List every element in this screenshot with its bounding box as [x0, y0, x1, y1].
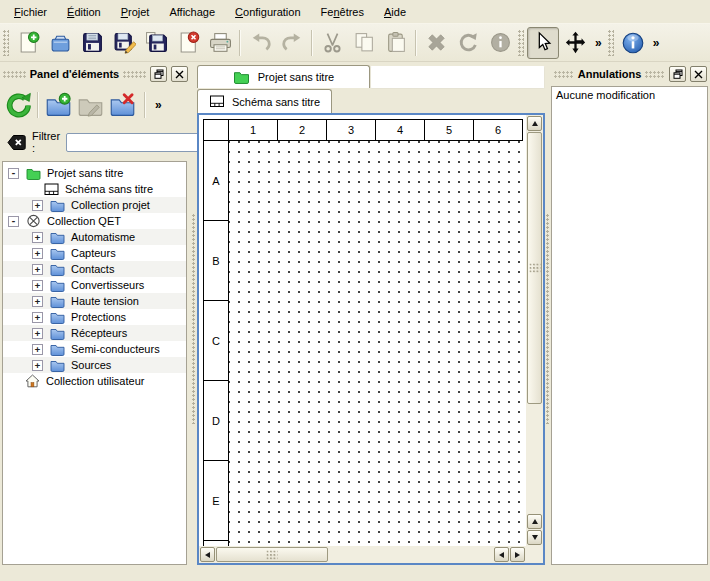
toolbar-drag-handle[interactable] — [608, 30, 614, 56]
scroll-right-button[interactable] — [510, 547, 525, 562]
scroll-up-button[interactable] — [527, 116, 542, 131]
clear-filter-button[interactable] — [7, 134, 26, 151]
tree-item-automatisme[interactable]: +Automatisme — [3, 229, 186, 245]
folder-icon — [50, 231, 65, 244]
expander-icon[interactable]: + — [32, 296, 43, 307]
tree-item-sources[interactable]: +Sources — [3, 357, 186, 373]
float-panel-button[interactable] — [669, 66, 686, 82]
expander-icon[interactable]: + — [32, 312, 43, 323]
close-file-button[interactable] — [172, 27, 204, 59]
qelectrotech-window: Fichier Édition Projet Affichage Configu… — [0, 0, 710, 581]
expander-icon[interactable]: + — [32, 328, 43, 339]
project-folder-icon — [233, 70, 250, 84]
arrow-down-icon — [532, 535, 538, 540]
rotate-icon — [457, 31, 480, 54]
expander-icon[interactable]: + — [32, 280, 43, 291]
menu-configuration[interactable]: Configuration — [225, 2, 310, 22]
tab-projet-sans-titre[interactable]: Projet sans titre — [197, 65, 370, 88]
toolbar-overflow-button[interactable]: » — [591, 36, 606, 50]
menu-fenetres[interactable]: Fenêtres — [311, 2, 374, 22]
folder-icon — [50, 311, 65, 324]
toolbar-overflow-button[interactable]: » — [649, 36, 664, 50]
horizontal-scroll-thumb[interactable] — [216, 547, 328, 562]
save-as-button[interactable] — [108, 27, 140, 59]
tree-item-schema-sans-titre[interactable]: Schéma sans titre — [3, 181, 186, 197]
toolbar-drag-handle[interactable] — [3, 30, 9, 56]
panel-overflow-button[interactable]: » — [151, 98, 166, 112]
tree-item-protections[interactable]: +Protections — [3, 309, 186, 325]
tree-item-contacts[interactable]: +Contacts — [3, 261, 186, 277]
expander-icon[interactable]: + — [32, 232, 43, 243]
print-button[interactable] — [204, 27, 236, 59]
horizontal-scrollbar[interactable] — [199, 546, 526, 563]
edit-category-button[interactable] — [74, 89, 106, 121]
dock-texture — [3, 71, 26, 78]
tree-item-haute-tension[interactable]: +Haute tension — [3, 293, 186, 309]
close-panel-button[interactable] — [690, 66, 707, 82]
elements-panel-header: Panel d'éléments — [0, 64, 191, 84]
splitter-grip — [192, 214, 196, 424]
menu-edition[interactable]: Édition — [57, 2, 111, 22]
expander-icon[interactable]: - — [8, 216, 19, 227]
toolbar-drag-handle[interactable] — [518, 30, 524, 56]
menu-aide[interactable]: Aide — [374, 2, 416, 22]
redo-button[interactable] — [276, 27, 308, 59]
vertical-scroll-thumb[interactable] — [527, 132, 542, 404]
undo-list-item[interactable]: Aucune modification — [552, 87, 707, 103]
tab-schema-sans-titre[interactable]: Schéma sans titre — [197, 89, 332, 113]
cut-button[interactable] — [316, 27, 348, 59]
scroll-up-button-2[interactable] — [527, 514, 542, 529]
tree-item-collection-utilisateur[interactable]: Collection utilisateur — [3, 373, 186, 389]
paste-button[interactable] — [380, 27, 412, 59]
scroll-left-button-2[interactable] — [494, 547, 509, 562]
save-button[interactable] — [76, 27, 108, 59]
undo-button[interactable] — [244, 27, 276, 59]
folder-icon — [50, 295, 65, 308]
diagram-canvas[interactable] — [229, 141, 525, 545]
tree-item-label: Collection projet — [71, 199, 150, 211]
delete-button[interactable] — [420, 27, 452, 59]
new-category-button[interactable] — [42, 89, 74, 121]
expander-icon[interactable]: + — [32, 248, 43, 259]
copy-button[interactable] — [348, 27, 380, 59]
clear-filter-icon — [7, 134, 26, 151]
reload-collections-button[interactable] — [2, 89, 34, 121]
tree-item-collection-qet[interactable]: -Collection QET — [3, 213, 186, 229]
undo-icon — [249, 31, 272, 54]
close-icon — [694, 70, 703, 79]
tree-item-capteurs[interactable]: +Capteurs — [3, 245, 186, 261]
expander-icon[interactable]: + — [32, 360, 43, 371]
new-file-button[interactable] — [12, 27, 44, 59]
element-info-button[interactable] — [484, 27, 516, 59]
float-panel-button[interactable] — [150, 66, 167, 82]
float-icon — [673, 69, 683, 79]
folder-delete-icon — [109, 92, 136, 119]
arrow-up-icon — [532, 519, 538, 524]
undo-panel-title: Annulations — [578, 68, 642, 80]
menu-affichage[interactable]: Affichage — [159, 2, 225, 22]
expander-icon[interactable]: + — [32, 344, 43, 355]
save-as-icon — [113, 31, 136, 54]
save-all-button[interactable] — [140, 27, 172, 59]
pan-mode-button[interactable] — [559, 27, 591, 59]
expander-icon[interactable]: - — [8, 168, 19, 179]
tree-item-convertisseurs[interactable]: +Convertisseurs — [3, 277, 186, 293]
delete-category-button[interactable] — [106, 89, 138, 121]
expander-icon[interactable]: + — [32, 264, 43, 275]
tree-item-recepteurs[interactable]: +Récepteurs — [3, 325, 186, 341]
select-mode-button[interactable] — [527, 27, 559, 59]
expander-icon[interactable]: + — [32, 200, 43, 211]
menu-projet[interactable]: Projet — [111, 2, 160, 22]
scroll-down-button[interactable] — [527, 530, 542, 545]
rotate-button[interactable] — [452, 27, 484, 59]
about-info-button[interactable] — [617, 27, 649, 59]
open-file-button[interactable] — [44, 27, 76, 59]
menu-fichier[interactable]: Fichier — [4, 2, 57, 22]
tree-item-projet-sans-titre[interactable]: -Projet sans titre — [3, 165, 186, 181]
vertical-scrollbar[interactable] — [526, 115, 543, 546]
tree-item-collection-projet[interactable]: +Collection projet — [3, 197, 186, 213]
close-panel-button[interactable] — [171, 66, 188, 82]
scroll-left-button[interactable] — [200, 547, 215, 562]
tree-item-semi-conducteurs[interactable]: +Semi-conducteurs — [3, 341, 186, 357]
right-splitter[interactable] — [545, 64, 551, 581]
